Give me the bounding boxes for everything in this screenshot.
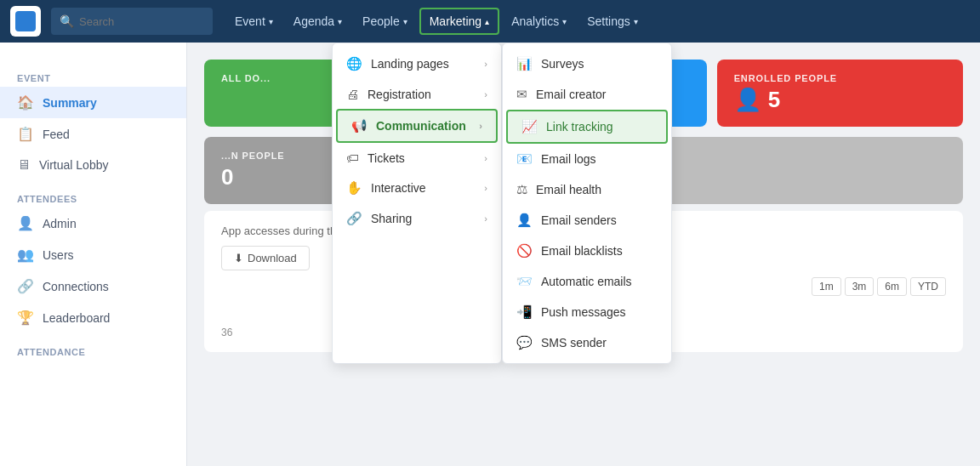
leaderboard-icon: 🏆 [17, 310, 34, 326]
virtual-lobby-icon: 🖥 [17, 157, 31, 173]
email-senders-icon: 👤 [516, 213, 533, 228]
users-icon: 👥 [17, 247, 34, 263]
submenu-surveys[interactable]: 📊 Surveys [503, 48, 671, 79]
push-messages-icon: 📲 [516, 304, 533, 320]
dropdown-overlay: 🌐 Landing pages › 🖨 Registration › 📢 [332, 43, 672, 364]
sidebar-item-users[interactable]: 👥 Users [0, 239, 186, 270]
admin-icon: 👤 [17, 215, 34, 231]
card-label: ENROLLED PEOPLE [734, 73, 946, 83]
sidebar-section-attendance: ATTENDANCE [0, 340, 186, 361]
globe-icon: 🌐 [346, 56, 362, 71]
feed-icon: 📋 [17, 126, 34, 142]
dropdown-communication[interactable]: 📢 Communication › [336, 109, 498, 143]
sms-sender-icon: 💬 [516, 335, 533, 350]
nav-analytics[interactable]: Analytics ▾ [503, 9, 575, 33]
logo-icon [15, 11, 36, 31]
email-creator-icon: ✉ [516, 87, 527, 102]
search-icon: 🔍 [60, 14, 74, 28]
sidebar-section-attendees: ATTENDEES [0, 187, 186, 207]
nav-marketing[interactable]: Marketing ▴ [419, 8, 499, 35]
dropdown-tickets[interactable]: 🏷 Tickets › [333, 143, 501, 173]
download-icon: ⬇ [234, 252, 243, 264]
sidebar-item-feed[interactable]: 📋 Feed [0, 118, 186, 150]
chevron-down-icon: ▾ [634, 17, 638, 26]
home-icon: 🏠 [17, 94, 34, 111]
sidebar-item-summary[interactable]: 🏠 Summary [0, 87, 186, 118]
chevron-right-icon: › [479, 121, 482, 131]
search-input[interactable] [79, 15, 204, 28]
main-content: ALL DO... ...PTURED DATA 2 ENROLLED PEOP… [187, 43, 980, 466]
hand-icon: ✋ [346, 180, 362, 196]
chevron-down-icon: ▾ [562, 17, 567, 26]
sidebar-item-virtual-lobby[interactable]: 🖥 Virtual Lobby [0, 150, 186, 180]
card-enrolled: ENROLLED PEOPLE 👤 5 [717, 60, 963, 127]
print-icon: 🖨 [346, 87, 359, 101]
sidebar: EVENT 🏠 Summary 📋 Feed 🖥 Virtual Lobby A… [0, 43, 187, 466]
chevron-down-icon: ▾ [269, 17, 273, 26]
sidebar-section-event: EVENT [0, 66, 186, 87]
chevron-down-icon: ▾ [338, 17, 342, 26]
dropdown-interactive[interactable]: ✋ Interactive › [333, 173, 501, 203]
submenu-link-tracking[interactable]: 📈 Link tracking [506, 110, 668, 144]
logo[interactable] [10, 6, 41, 37]
dropdown-landing-pages[interactable]: 🌐 Landing pages › [333, 48, 501, 79]
chevron-right-icon: › [484, 59, 487, 69]
time-btn-1m[interactable]: 1m [812, 277, 841, 296]
share-icon: 🔗 [346, 211, 362, 226]
submenu-email-senders[interactable]: 👤 Email senders [503, 205, 671, 236]
chevron-up-icon: ▴ [485, 17, 489, 26]
chevron-right-icon: › [484, 89, 487, 99]
dropdown-sharing[interactable]: 🔗 Sharing › [333, 203, 501, 234]
chevron-right-icon: › [484, 183, 487, 193]
download-button[interactable]: ⬇ Download [221, 246, 310, 270]
nav-people[interactable]: People ▾ [354, 9, 416, 33]
chevron-right-icon: › [484, 153, 487, 163]
sidebar-item-connections[interactable]: 🔗 Connections [0, 270, 186, 302]
sidebar-item-leaderboard[interactable]: 🏆 Leaderboard [0, 302, 186, 333]
top-navigation: 🔍 Event ▾ Agenda ▾ People ▾ Marketing ▴ … [0, 0, 980, 43]
marketing-dropdown: 🌐 Landing pages › 🖨 Registration › 📢 [332, 43, 502, 364]
ticket-icon: 🏷 [346, 151, 359, 165]
person-icon: 👤 [734, 87, 761, 113]
chart-value: 36 [221, 327, 232, 338]
email-health-icon: ⚖ [516, 182, 527, 197]
submenu-email-logs[interactable]: 📧 Email logs [503, 144, 671, 174]
nav-event[interactable]: Event ▾ [226, 9, 282, 33]
email-logs-icon: 📧 [516, 151, 533, 167]
time-btn-3m[interactable]: 3m [845, 277, 875, 296]
nav-settings[interactable]: Settings ▾ [578, 9, 647, 33]
time-btn-ytd[interactable]: YTD [910, 277, 946, 296]
automatic-emails-icon: 📨 [516, 274, 533, 289]
chevron-right-icon: › [484, 213, 487, 224]
connections-icon: 🔗 [17, 278, 34, 294]
dropdown-registration[interactable]: 🖨 Registration › [333, 79, 501, 109]
search-box[interactable]: 🔍 [51, 8, 213, 35]
link-tracking-icon: 📈 [521, 119, 538, 134]
nav-agenda[interactable]: Agenda ▾ [285, 9, 350, 33]
surveys-icon: 📊 [516, 56, 533, 71]
submenu-automatic-emails[interactable]: 📨 Automatic emails [503, 266, 671, 297]
megaphone-icon: 📢 [351, 118, 368, 134]
submenu-email-creator[interactable]: ✉ Email creator [503, 79, 671, 110]
time-btn-6m[interactable]: 6m [877, 277, 907, 296]
chevron-down-icon: ▾ [403, 17, 407, 26]
email-blacklists-icon: 🚫 [516, 243, 533, 259]
submenu-sms-sender[interactable]: 💬 SMS sender [503, 327, 671, 358]
card-value: 👤 5 [734, 87, 946, 113]
submenu-email-health[interactable]: ⚖ Email health [503, 174, 671, 205]
submenu-push-messages[interactable]: 📲 Push messages [503, 297, 671, 327]
submenu-email-blacklists[interactable]: 🚫 Email blacklists [503, 236, 671, 266]
sidebar-item-admin[interactable]: 👤 Admin [0, 207, 186, 239]
main-layout: EVENT 🏠 Summary 📋 Feed 🖥 Virtual Lobby A… [0, 43, 980, 466]
communication-submenu: 📊 Surveys ✉ Email creator 📈 Link trackin… [502, 43, 672, 364]
